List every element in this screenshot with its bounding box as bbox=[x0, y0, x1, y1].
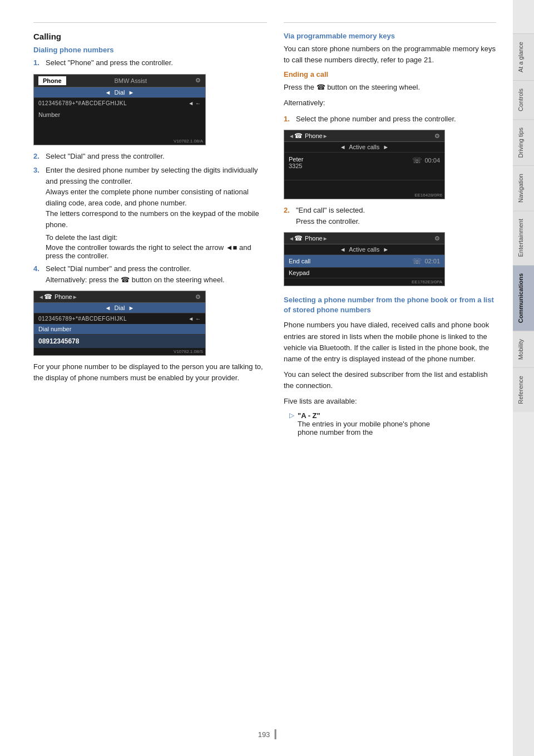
ending-step-1-text: Select the phone number and press the co… bbox=[296, 114, 496, 125]
screen1-watermark: V10782.1.08/A bbox=[34, 138, 205, 145]
screen1-keyboard: 0123456789+*#ABCDEFGHIJKL ◄ ← bbox=[34, 98, 205, 109]
screen2-keyboard-text: 0123456789+*#ABCDEFGHIJKL bbox=[38, 316, 127, 322]
screen4-arrow-left: ◄ bbox=[289, 235, 294, 242]
sidebar-tab-navigation[interactable]: Navigation bbox=[513, 165, 534, 210]
steps-list-3: 4. Select "Dial number" and press the co… bbox=[33, 263, 267, 285]
screen1-header: Phone BMW Assist ⚙ bbox=[34, 75, 205, 87]
screen2-arrow-right: ► bbox=[72, 294, 78, 300]
screen3-phone-icon: ☎ bbox=[294, 132, 303, 140]
steps-list-2: 2. Select "Dial" and press the controlle… bbox=[33, 151, 267, 230]
screen2-backspace: ◄ ← bbox=[188, 316, 201, 322]
delete-digit-text: Move the controller towards the right to… bbox=[46, 243, 267, 260]
bullet-az-continued: phone number from the bbox=[298, 428, 373, 436]
screen4-watermark: EE1762E3/0PA bbox=[284, 278, 444, 286]
screen3-phone-label: Phone bbox=[305, 132, 323, 139]
five-lists: Five lists are available: bbox=[284, 396, 496, 407]
ending-step-1: 1. Select the phone number and press the… bbox=[284, 114, 496, 125]
screen4-settings-icon: ⚙ bbox=[434, 235, 440, 242]
sidebar-tab-entertainment[interactable]: Entertainment bbox=[513, 210, 534, 264]
footer-text: For your phone number to be displayed to… bbox=[33, 361, 267, 384]
screen3-caller-name: Peter bbox=[289, 156, 303, 163]
screen1-keyboard-text: 0123456789+*#ABCDEFGHIJKL bbox=[38, 100, 127, 106]
selecting-title: Selecting a phone number from the phone … bbox=[284, 295, 496, 315]
step-4: 4. Select "Dial number" and press the co… bbox=[33, 263, 267, 285]
screen3-active-text: ◄ Active calls ► bbox=[340, 144, 389, 150]
ending-step-2-num: 2. bbox=[284, 205, 294, 227]
top-divider bbox=[33, 22, 267, 23]
sidebar-tab-at-a-glance[interactable]: At a glance bbox=[513, 33, 534, 80]
screen3-settings-icon: ⚙ bbox=[434, 132, 440, 140]
screen2-settings-icon: ⚙ bbox=[195, 293, 201, 301]
screen4-endcall-label: End call bbox=[289, 258, 310, 264]
screen1-backspace: ◄ ← bbox=[188, 100, 201, 106]
page-number-bar bbox=[274, 729, 276, 739]
steps-list: 1. Select "Phone" and press the controll… bbox=[33, 57, 267, 68]
step-1: 1. Select "Phone" and press the controll… bbox=[33, 57, 267, 68]
screen2-phone-icon: ☎ bbox=[44, 293, 52, 301]
selecting-text1: Phone numbers you have dialed, received … bbox=[284, 320, 496, 365]
screen3-phone-tab: ☎ Phone bbox=[294, 132, 323, 140]
screen1-tab-active: Phone bbox=[38, 76, 66, 85]
ending-step-2: 2. "End call" is selected.Press the cont… bbox=[284, 205, 496, 227]
screen1-dial-row: ◄ Dial ► bbox=[34, 87, 205, 98]
bullet-item-content: "A - Z" The entries in your mobile phone… bbox=[298, 411, 430, 436]
page-number-container: 193 bbox=[258, 729, 276, 739]
screen2-keyboard: 0123456789+*#ABCDEFGHIJKL ◄ ← bbox=[34, 313, 205, 324]
screen2-field-row: Dial number bbox=[34, 324, 205, 335]
dialing-subtitle: Dialing phone numbers bbox=[33, 46, 267, 54]
step-2-text: Select "Dial" and press the controller. bbox=[46, 151, 267, 162]
selecting-text2: You can select the desired subscriber fr… bbox=[284, 369, 496, 391]
bmw-screen-1: Phone BMW Assist ⚙ ◄ Dial ► 0123456789+*… bbox=[33, 74, 206, 145]
screen2-phone-label: Phone bbox=[55, 293, 72, 300]
screen4-keypad-label: Keypad bbox=[289, 269, 309, 276]
sidebar-tab-reference[interactable]: Reference bbox=[513, 367, 534, 412]
screen1-tab-inactive: BMW Assist bbox=[110, 76, 151, 85]
screen4-keypad-row: Keypad bbox=[284, 268, 444, 278]
page-number-line: 193 bbox=[258, 729, 276, 739]
screen4-endcall-row: End call ☏ 02:01 bbox=[284, 255, 444, 268]
page-number: 193 bbox=[258, 730, 270, 739]
screen3-wrap: ◄ ☎ Phone ► ⚙ ◄ Active calls ► Peter bbox=[284, 130, 496, 199]
screen3-arrow-left: ◄ bbox=[289, 133, 294, 139]
screen3-header: ◄ ☎ Phone ► ⚙ bbox=[284, 130, 444, 142]
arrow-bullet-icon: ▷ bbox=[289, 411, 294, 436]
screen3-active-row: ◄ Active calls ► bbox=[284, 142, 444, 153]
sidebar-tab-communications[interactable]: Communications bbox=[513, 265, 534, 331]
ending-steps-2: 2. "End call" is selected.Press the cont… bbox=[284, 205, 496, 227]
screen2-wrap: ◄ ☎ Phone ► ⚙ ◄ Dial ► 0123456789+*#ABCD… bbox=[33, 291, 267, 356]
right-top-divider bbox=[284, 22, 496, 23]
step-1-num: 1. bbox=[33, 57, 43, 68]
ending-text1: Press the ☎ button on the steering wheel… bbox=[284, 82, 496, 93]
screen4-phone-label: Phone bbox=[305, 235, 323, 242]
ending-steps-list: 1. Select the phone number and press the… bbox=[284, 114, 496, 125]
step-2-num: 2. bbox=[33, 151, 43, 162]
ending-title: Ending a call bbox=[284, 70, 496, 78]
step-3-num: 3. bbox=[33, 165, 43, 230]
screen4-time: 02:01 bbox=[424, 258, 440, 264]
screen4-active-row: ◄ Active calls ► bbox=[284, 244, 444, 255]
screen4-active-text: ◄ Active calls ► bbox=[340, 246, 389, 253]
step-1-text: Select "Phone" and press the controller. bbox=[46, 57, 267, 68]
step-4-num: 4. bbox=[33, 263, 43, 285]
screen4-phone-tab: ☎ Phone bbox=[294, 234, 323, 242]
step-2: 2. Select "Dial" and press the controlle… bbox=[33, 151, 267, 162]
screen1-icon: ⚙ bbox=[195, 77, 201, 84]
sidebar-tab-driving-tips[interactable]: Driving tips bbox=[513, 119, 534, 165]
screen1-field: Number bbox=[34, 109, 205, 121]
ending-step-1-num: 1. bbox=[284, 114, 294, 125]
step-4-text: Select "Dial number" and press the contr… bbox=[46, 263, 267, 285]
screen2-dial-row: ◄ Dial ► bbox=[34, 303, 205, 313]
bmw-screen-3: ◄ ☎ Phone ► ⚙ ◄ Active calls ► Peter bbox=[284, 130, 445, 199]
step-3: 3. Enter the desired phone number by sel… bbox=[33, 165, 267, 230]
screen3-time: 00:04 bbox=[424, 157, 440, 164]
sidebar-tab-mobility[interactable]: Mobility bbox=[513, 331, 534, 367]
sidebar-tab-controls[interactable]: Controls bbox=[513, 80, 534, 119]
bmw-screen-2: ◄ ☎ Phone ► ⚙ ◄ Dial ► 0123456789+*#ABCD… bbox=[33, 291, 206, 356]
ending-text2: Alternatively: bbox=[284, 97, 496, 109]
sidebar: At a glance Controls Driving tips Naviga… bbox=[513, 0, 534, 756]
screen2-dial-text: ◄ Dial ► bbox=[38, 305, 201, 311]
section-title: Calling bbox=[33, 32, 267, 41]
bullet-az-label: "A - Z" bbox=[298, 411, 320, 420]
screen2-arrow-left: ◄ bbox=[38, 294, 44, 300]
screen4-header: ◄ ☎ Phone ► ⚙ bbox=[284, 233, 444, 244]
